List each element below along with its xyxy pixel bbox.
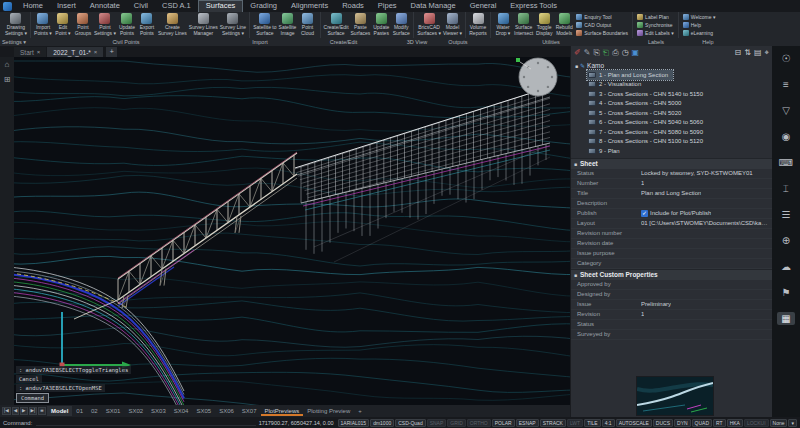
status-toggle[interactable]: CSD-Quad: [395, 419, 425, 427]
cloud-icon[interactable]: ☁: [777, 260, 795, 273]
drawing-viewport[interactable]: : anduv7A3EBSELECTToggleTriangles Cancel…: [14, 57, 570, 405]
status-toggle[interactable]: GRID: [447, 419, 466, 427]
command-bar-input[interactable]: [36, 419, 255, 426]
surface-boundaries-icon[interactable]: Surface Boundaries: [576, 30, 628, 37]
property-row[interactable]: Surveyed by ✓: [571, 330, 772, 340]
ribbon-tab[interactable]: Alignments: [284, 0, 335, 12]
synchronise-icon[interactable]: Synchronise: [637, 22, 674, 29]
survey-lines-manager-icon[interactable]: Survey LinesManager: [188, 12, 219, 38]
search-icon[interactable]: ⌖: [764, 46, 769, 60]
help-icon[interactable]: Help: [683, 22, 716, 29]
export-points-icon[interactable]: ExportPoints: [137, 12, 157, 38]
property-row[interactable]: Issue ✓ Preliminary: [571, 300, 772, 310]
layout-nav-button[interactable]: ▶: [20, 407, 27, 415]
layout-tab[interactable]: SX07: [238, 406, 261, 416]
sheet-tree-item[interactable]: 5 - Cross Sections - CHN 5020: [587, 108, 686, 118]
layout-tab[interactable]: SX02: [124, 406, 147, 416]
status-toggle[interactable]: dm1000: [370, 419, 394, 427]
property-row[interactable]: Number ✓ 1: [571, 179, 772, 189]
ribbon-tab[interactable]: Surfaces: [198, 0, 244, 12]
cad-output-icon[interactable]: CAD Output: [576, 22, 628, 29]
layout-nav-button[interactable]: ◀: [12, 407, 19, 415]
status-toggle[interactable]: DYN: [674, 419, 691, 427]
command-input[interactable]: Command: [16, 393, 49, 403]
layout-tab[interactable]: SX06: [215, 406, 238, 416]
sheet-tree-item[interactable]: 8 - Cross Sections - CHN 5100 to 5120: [587, 137, 708, 147]
edit-point-icon[interactable]: EditPoint ▾: [53, 12, 73, 38]
layout-tab[interactable]: SX05: [192, 406, 215, 416]
layout-nav-button[interactable]: |◀: [2, 407, 11, 415]
tree-view-icon[interactable]: ⊟: [735, 46, 742, 60]
rename-sheet-icon[interactable]: ✎: [584, 46, 591, 60]
property-row[interactable]: Status ✓ Locked by stwomey, SYD-KSTWOMEY…: [571, 169, 772, 179]
close-icon[interactable]: ×: [37, 49, 41, 55]
status-toggle[interactable]: QUAD: [692, 419, 712, 427]
property-row[interactable]: Description ✓: [571, 199, 772, 209]
checkbox-checked-icon[interactable]: ✓: [641, 210, 648, 217]
status-toggle[interactable]: ▾: [788, 419, 797, 427]
property-row[interactable]: Title ✓ Plan and Long Section: [571, 189, 772, 199]
status-toggle[interactable]: ORTHO: [467, 419, 491, 427]
filter-icon[interactable]: ▽: [777, 104, 795, 117]
welcome-icon[interactable]: Welcome ▾: [683, 14, 716, 21]
property-row[interactable]: Category ✓: [571, 259, 772, 269]
create-survey-lines-icon[interactable]: CreateSurvey Lines: [157, 12, 188, 38]
property-row[interactable]: Revision ✓ 1: [571, 310, 772, 320]
survey-line-settings-icon[interactable]: Survey LineSettings ▾: [219, 12, 247, 38]
collapse-icon[interactable]: ■: [574, 272, 577, 278]
3d-model-canvas[interactable]: [14, 57, 570, 405]
status-toggle[interactable]: STRACK: [540, 419, 566, 427]
status-toggle[interactable]: LWT: [567, 419, 583, 427]
property-row[interactable]: Approved by ✓: [571, 280, 772, 290]
ribbon-tab[interactable]: Pipes: [371, 0, 404, 12]
point-cloud-icon[interactable]: PointCloud: [298, 12, 318, 38]
ribbon-tab[interactable]: Express Tools: [503, 0, 564, 12]
status-toggle[interactable]: 4:1: [602, 419, 615, 427]
layout-tab[interactable]: SX04: [170, 406, 193, 416]
enquiry-tool-icon[interactable]: Enquiry Tool: [576, 14, 628, 21]
model-structure-icon[interactable]: ⊞: [4, 75, 11, 84]
volume-reports-icon[interactable]: VolumeReports: [468, 12, 488, 38]
point-settings-icon[interactable]: PointSettings ▾: [93, 12, 117, 38]
sheet-tree-item[interactable]: 4 - Cross Sections - CHN 5000: [587, 99, 686, 109]
globe-icon[interactable]: ⊕: [777, 234, 795, 247]
ribbon-tab[interactable]: Insert: [50, 0, 83, 12]
sliders-icon[interactable]: ≡: [777, 78, 795, 91]
home-icon[interactable]: ⌂: [5, 60, 10, 69]
layout-tab[interactable]: SX01: [102, 406, 125, 416]
sheet-tree-root[interactable]: ■ ✎ Kamo: [571, 61, 772, 70]
status-toggle[interactable]: SNAP: [427, 419, 447, 427]
sort-icon[interactable]: ⇅: [744, 46, 751, 60]
drawing-settings-icon[interactable]: DrawingSettings ▾: [4, 12, 28, 38]
ribbon-tab[interactable]: CSD A.1: [155, 0, 198, 12]
update-points-icon[interactable]: UpdatePoints: [117, 12, 137, 38]
sheet-tree-item[interactable]: 2 - Visualisation: [587, 80, 646, 90]
lightbulb-icon[interactable]: ☉: [777, 52, 795, 65]
layout-tab[interactable]: PlotPreviews: [261, 406, 304, 416]
model-viewer-icon[interactable]: ModelViewer ▾: [442, 12, 463, 38]
status-toggle[interactable]: 1ARIAL015: [338, 419, 370, 427]
status-toggle[interactable]: POLAR: [492, 419, 515, 427]
sheet-tree-item[interactable]: 9 - Plan: [587, 146, 625, 156]
ribbon-tab[interactable]: General: [463, 0, 504, 12]
status-toggle[interactable]: AUTOSCALE: [616, 419, 652, 427]
sheet-tree-item[interactable]: 6 - Cross Sections - CHN 5040 to 5060: [587, 118, 708, 128]
status-toggle[interactable]: RT: [713, 419, 726, 427]
ribbon-tab[interactable]: Annotate: [83, 0, 127, 12]
rebuild-models-icon[interactable]: RebuildModels: [554, 12, 574, 38]
point-groups-icon[interactable]: PointGroups: [73, 12, 93, 38]
status-toggle[interactable]: None: [770, 419, 788, 427]
document-tab[interactable]: Start ×: [14, 47, 46, 57]
collapse-icon[interactable]: ■: [574, 161, 577, 167]
update-pastes-icon[interactable]: UpdatePastes: [371, 12, 391, 38]
sheet-tree-item[interactable]: 1 - Plan and Long Section: [587, 70, 673, 80]
layout-nav-button[interactable]: ≣: [38, 407, 46, 415]
bricscad-surfaces-icon[interactable]: BricsCADSurfaces ▾: [416, 12, 442, 38]
water-drop-icon[interactable]: WaterDrop ▾: [493, 12, 513, 38]
settings-icon[interactable]: ▣: [632, 46, 640, 60]
satellite-to-surface-icon[interactable]: Satellite toSurface: [252, 12, 277, 38]
property-row[interactable]: Issue purpose ✓: [571, 249, 772, 259]
sheet-tree-item[interactable]: 7 - Cross Sections - CHN 5080 to 5090: [587, 127, 708, 137]
modify-surface-icon[interactable]: ModifySurface: [391, 12, 411, 38]
new-sheet-icon[interactable]: ⎘: [593, 46, 599, 60]
